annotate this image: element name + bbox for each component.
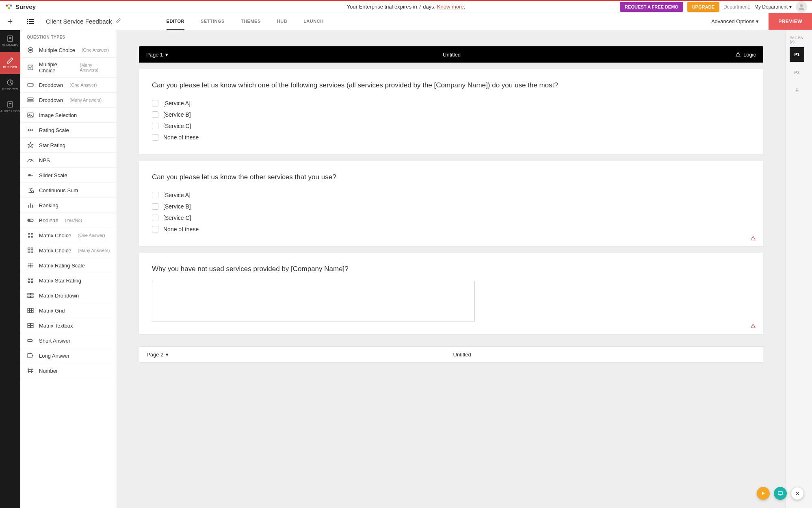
- question-text[interactable]: Can you please let us know the other ser…: [152, 172, 750, 182]
- rail-reports[interactable]: REPORTS: [0, 74, 20, 96]
- qtype-item[interactable]: Ranking: [20, 198, 117, 213]
- checkbox[interactable]: [152, 111, 158, 118]
- editor-tabs: EDITOR SETTINGS THEMES HUB LAUNCH: [167, 13, 324, 30]
- logic-indicator[interactable]: [750, 235, 756, 242]
- logic-button[interactable]: Logic: [735, 52, 756, 58]
- qtype-item[interactable]: Multiple Choice(One Answer): [20, 43, 117, 58]
- fab-close[interactable]: ✕: [791, 487, 804, 500]
- tab-settings[interactable]: SETTINGS: [201, 13, 225, 30]
- tab-launch[interactable]: LAUNCH: [303, 13, 323, 30]
- svg-rect-67: [28, 354, 32, 358]
- qtype-item[interactable]: Rating Scale: [20, 123, 117, 138]
- checkbox[interactable]: [152, 192, 158, 198]
- pencil-icon: [115, 18, 121, 24]
- qtype-label: Matrix Choice: [39, 232, 71, 239]
- logic-indicator[interactable]: [750, 323, 756, 330]
- page-selector[interactable]: Page 1 ▾: [146, 52, 168, 58]
- checkbox[interactable]: [152, 100, 158, 106]
- know-more-link[interactable]: Know more: [437, 4, 464, 10]
- edit-title-button[interactable]: [115, 18, 121, 25]
- answer-option[interactable]: [Service A]: [152, 98, 750, 109]
- qtype-sublabel: (One Answer): [82, 48, 109, 52]
- tab-hub[interactable]: HUB: [277, 13, 287, 30]
- department-label: Department:: [723, 4, 750, 10]
- answer-option[interactable]: None of these: [152, 132, 750, 143]
- answer-option[interactable]: [Service C]: [152, 120, 750, 132]
- qtype-item[interactable]: Number: [20, 363, 117, 378]
- page-thumb-1[interactable]: P1: [790, 47, 804, 62]
- question-text[interactable]: Why you have not used services provided …: [152, 264, 750, 274]
- qtype-item[interactable]: NPS: [20, 153, 117, 168]
- qtype-item[interactable]: Matrix Dropdown: [20, 288, 117, 303]
- add-button[interactable]: +: [8, 16, 13, 27]
- request-demo-button[interactable]: REQUEST A FREE DEMO: [620, 2, 683, 12]
- answer-option[interactable]: [Service B]: [152, 201, 750, 212]
- department-dropdown[interactable]: My Department ▾: [754, 4, 792, 10]
- qtype-item[interactable]: Matrix Choice(Many Answers): [20, 243, 117, 258]
- add-page-button[interactable]: +: [790, 83, 804, 98]
- svg-rect-44: [31, 248, 33, 250]
- close-icon: ✕: [795, 491, 800, 497]
- fab-help[interactable]: [774, 487, 787, 500]
- qtype-item[interactable]: Long Answer: [20, 348, 117, 363]
- qtype-item[interactable]: Boolean(Yes/No): [20, 213, 117, 228]
- qtype-item[interactable]: Matrix Grid: [20, 303, 117, 318]
- avatar[interactable]: [796, 1, 807, 13]
- rail-builder[interactable]: BUILDER: [0, 52, 20, 74]
- answer-option[interactable]: [Service A]: [152, 189, 750, 201]
- matrixstar-icon: [27, 277, 34, 284]
- qtype-item[interactable]: Dropdown(Many Answers): [20, 93, 117, 108]
- checkbox[interactable]: [152, 215, 158, 221]
- page-thumb-2[interactable]: P2: [790, 65, 804, 80]
- page-title[interactable]: Untitled: [168, 52, 735, 58]
- qtype-item[interactable]: Matrix Rating Scale: [20, 258, 117, 273]
- qtype-item[interactable]: Matrix Choice(One Answer): [20, 228, 117, 243]
- qtype-item[interactable]: Short Answer: [20, 333, 117, 348]
- checkbox[interactable]: [152, 226, 158, 232]
- qtype-sublabel: (Many Answers): [80, 63, 110, 72]
- qtype-item[interactable]: Continuous Sum: [20, 183, 117, 198]
- qtype-sublabel: (Yes/No): [65, 218, 82, 223]
- answer-option[interactable]: None of these: [152, 224, 750, 235]
- tab-themes[interactable]: THEMES: [241, 13, 261, 30]
- tab-editor[interactable]: EDITOR: [167, 13, 184, 30]
- qtype-item[interactable]: Multiple Choice(Many Answers): [20, 58, 117, 78]
- qtype-item[interactable]: Matrix Textbox: [20, 318, 117, 333]
- logo-icon: [5, 3, 13, 11]
- page2-title[interactable]: Untitled: [169, 352, 756, 358]
- answer-textarea[interactable]: [152, 281, 475, 321]
- answer-option[interactable]: [Service C]: [152, 212, 750, 224]
- logo[interactable]: Survey: [5, 3, 36, 11]
- rail-audit-logs[interactable]: AUDIT LOGS: [0, 96, 20, 118]
- svg-point-5: [27, 19, 28, 20]
- qtype-item[interactable]: Image Selection: [20, 108, 117, 123]
- svg-rect-45: [28, 251, 30, 253]
- page-header-bar: Page 1 ▾ Untitled Logic: [139, 46, 763, 63]
- floating-action-buttons: ✕: [757, 487, 804, 500]
- list-button[interactable]: [20, 19, 41, 24]
- advanced-options-dropdown[interactable]: Advanced Options ▾: [706, 18, 764, 24]
- answer-label: [Service C]: [163, 123, 191, 129]
- checkbox[interactable]: [152, 134, 158, 141]
- question-card[interactable]: Why you have not used services provided …: [139, 253, 763, 334]
- rail-summary[interactable]: SUMMARY: [0, 30, 20, 52]
- qtype-item[interactable]: Dropdown(One Answer): [20, 78, 117, 93]
- question-card[interactable]: Can you please let us know the other ser…: [139, 161, 763, 246]
- page2-selector[interactable]: Page 2 ▾: [147, 352, 169, 358]
- answer-label: None of these: [163, 226, 199, 232]
- question-text[interactable]: Can you please let us know which one of …: [152, 80, 750, 90]
- question-card[interactable]: Can you please let us know which one of …: [139, 69, 763, 154]
- checkbox[interactable]: [152, 203, 158, 210]
- fab-play[interactable]: [757, 487, 770, 500]
- qtype-item[interactable]: Star Rating: [20, 138, 117, 153]
- answer-label: [Service A]: [163, 192, 191, 198]
- preview-button[interactable]: PREVIEW: [769, 13, 812, 30]
- qtype-item[interactable]: Matrix Star Rating: [20, 273, 117, 288]
- svg-point-4: [800, 4, 803, 7]
- upgrade-button[interactable]: UPGRADE: [687, 2, 719, 12]
- qtype-item[interactable]: Slider Scale: [20, 168, 117, 183]
- editor-canvas[interactable]: Page 1 ▾ Untitled Logic Can you please l…: [117, 30, 785, 508]
- answer-option[interactable]: [Service B]: [152, 109, 750, 120]
- svg-rect-8: [29, 21, 34, 22]
- checkbox[interactable]: [152, 123, 158, 129]
